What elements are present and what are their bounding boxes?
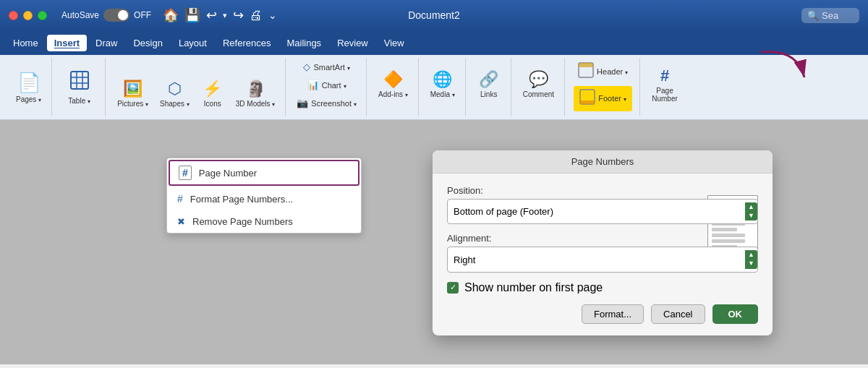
pagenumber-icon: # xyxy=(660,67,669,85)
chart-label: Chart ▾ xyxy=(322,81,346,90)
screenshot-label: Screenshot ▾ xyxy=(311,99,357,108)
ribbon-group-illustrations: ◇ SmartArt ▾ 📊 Chart ▾ 📷 Screenshot ▾ xyxy=(287,58,367,116)
title-bar: AutoSave OFF 🏠 💾 ↩ ▾ ↪ 🖨 ⌄ Document2 🔍 S… xyxy=(0,0,868,30)
menu-references[interactable]: References xyxy=(216,35,278,51)
ribbon-group-links: 🔗 Links xyxy=(467,58,511,116)
format-menu-icon: # xyxy=(177,193,183,205)
links-button[interactable]: 🔗 Links xyxy=(473,67,505,101)
alignment-arrows: ▲ ▼ xyxy=(745,250,757,268)
header-button[interactable]: Header ▾ xyxy=(572,59,634,85)
ribbon-group-table: Table ▾ xyxy=(54,58,106,116)
ribbon-group-headerfooter: Header ▾ Footer ▾ xyxy=(566,58,640,116)
more-icon[interactable]: ⌄ xyxy=(268,9,277,21)
screenshot-button[interactable]: 📷 Screenshot ▾ xyxy=(293,95,360,111)
pictures-icon: 🖼️ xyxy=(123,80,142,98)
ribbon-group-comment: 💬 Comment xyxy=(513,58,565,116)
smartart-icon: ◇ xyxy=(303,61,310,72)
search-bar[interactable]: 🔍 Sea xyxy=(801,8,859,23)
undo-icon[interactable]: ↩ xyxy=(206,7,217,23)
addins-icon: 🔶 xyxy=(383,70,403,89)
dialog-title: Page Numbers xyxy=(433,150,773,174)
media-button[interactable]: 🌐 Media ▾ xyxy=(426,67,459,101)
preview-line8 xyxy=(712,239,745,243)
autosave-state: OFF xyxy=(134,10,151,20)
addins-label: Add-ins ▾ xyxy=(378,90,408,98)
svg-rect-6 xyxy=(579,63,593,67)
redo-icon[interactable]: ↪ xyxy=(233,7,244,23)
footer-button[interactable]: Footer ▾ xyxy=(574,86,632,111)
traffic-lights xyxy=(9,11,47,20)
maximize-button[interactable] xyxy=(38,11,47,20)
title-bar-tools: 🏠 💾 ↩ ▾ ↪ 🖨 ⌄ xyxy=(163,7,277,23)
context-menu: # Page Number # Format Page Numbers... ✖… xyxy=(166,158,362,234)
shapes-label: Shapes ▾ xyxy=(160,100,190,108)
menu-layout[interactable]: Layout xyxy=(171,35,214,51)
menu-view[interactable]: View xyxy=(377,35,412,51)
pagenumber-label: PageNumber xyxy=(652,87,678,103)
comment-button[interactable]: 💬 Comment xyxy=(519,67,558,101)
position-value: Bottom of page (Footer) xyxy=(454,206,553,217)
shapes-button[interactable]: ⬡ Shapes ▾ xyxy=(156,77,194,111)
autosave-label: AutoSave xyxy=(61,10,99,20)
footer-icon xyxy=(579,89,595,108)
screenshot-icon: 📷 xyxy=(297,98,308,108)
cancel-button[interactable]: Cancel xyxy=(651,304,705,324)
alignment-select[interactable]: Right ▲ ▼ xyxy=(447,247,758,272)
position-select-row: Bottom of page (Footer) ▲ ▼ xyxy=(447,199,758,224)
home-icon[interactable]: 🏠 xyxy=(163,7,179,23)
preview-line7 xyxy=(712,234,745,237)
icons-button[interactable]: ⚡ Icons xyxy=(197,77,229,111)
ok-button[interactable]: OK xyxy=(712,304,759,324)
header-label: Header ▾ xyxy=(597,67,628,76)
search-text: Sea xyxy=(822,10,838,21)
menu-draw[interactable]: Draw xyxy=(88,35,124,51)
close-button[interactable] xyxy=(9,11,18,20)
pagenumber-menu-icon: # xyxy=(179,166,192,180)
icons-icon: ⚡ xyxy=(203,80,222,98)
chart-button[interactable]: 📊 Chart ▾ xyxy=(304,77,350,93)
search-icon: 🔍 xyxy=(807,10,819,21)
show-first-page-checkbox[interactable]: ✓ xyxy=(447,282,459,294)
autosave-knob xyxy=(118,10,128,20)
table-label: Table ▾ xyxy=(68,97,90,105)
smartart-button[interactable]: ◇ SmartArt ▾ xyxy=(299,59,353,74)
ribbon-group-addins: 🔶 Add-ins ▾ xyxy=(368,58,419,116)
position-select[interactable]: Bottom of page (Footer) ▲ ▼ xyxy=(447,199,758,224)
pages-button[interactable]: 📄 Pages ▾ xyxy=(12,69,46,106)
position-arrows: ▲ ▼ xyxy=(745,202,757,221)
addins-button[interactable]: 🔶 Add-ins ▾ xyxy=(374,67,412,101)
undo-arrow: ▾ xyxy=(223,11,227,20)
preview-line6 xyxy=(712,228,737,231)
context-menu-pagenumber[interactable]: # Page Number xyxy=(169,160,359,186)
pagenumber-button[interactable]: # PageNumber xyxy=(647,64,682,106)
menu-mailings[interactable]: Mailings xyxy=(279,35,328,51)
shapes-icon: ⬡ xyxy=(168,80,182,98)
comment-icon: 💬 xyxy=(529,70,548,89)
pagenumber-menu-label: Page Number xyxy=(199,168,257,179)
dialog-buttons: Format... Cancel OK xyxy=(447,304,758,324)
context-menu-format[interactable]: # Format Page Numbers... xyxy=(167,187,361,210)
minimize-button[interactable] xyxy=(23,11,33,20)
ribbon-group-images: 🖼️ Pictures ▾ ⬡ Shapes ▾ ⚡ Icons 🗿 3D Mo… xyxy=(107,58,286,116)
context-menu-remove[interactable]: ✖ Remove Page Numbers xyxy=(167,210,361,233)
title-bar-right: 🔍 Sea xyxy=(801,8,859,23)
menu-review[interactable]: Review xyxy=(330,35,375,51)
pictures-button[interactable]: 🖼️ Pictures ▾ xyxy=(113,77,153,111)
print-icon[interactable]: 🖨 xyxy=(250,8,263,23)
alignment-value: Right xyxy=(454,254,475,265)
3dmodels-button[interactable]: 🗿 3D Models ▾ xyxy=(231,77,280,111)
menu-home[interactable]: Home xyxy=(6,35,46,51)
remove-menu-icon: ✖ xyxy=(177,216,185,227)
alignment-select-row: Right ▲ ▼ xyxy=(447,247,758,272)
save-icon[interactable]: 💾 xyxy=(184,7,200,23)
media-icon: 🌐 xyxy=(433,70,452,89)
pictures-label: Pictures ▾ xyxy=(117,100,148,108)
table-button[interactable]: Table ▾ xyxy=(59,67,99,108)
menu-design[interactable]: Design xyxy=(126,35,169,51)
autosave-toggle[interactable] xyxy=(103,9,129,22)
icons-label: Icons xyxy=(204,100,221,108)
menu-insert[interactable]: Insert xyxy=(47,35,87,51)
alignment-label: Alignment: xyxy=(447,233,505,244)
table-icon xyxy=(69,70,90,95)
format-button[interactable]: Format... xyxy=(582,304,644,324)
